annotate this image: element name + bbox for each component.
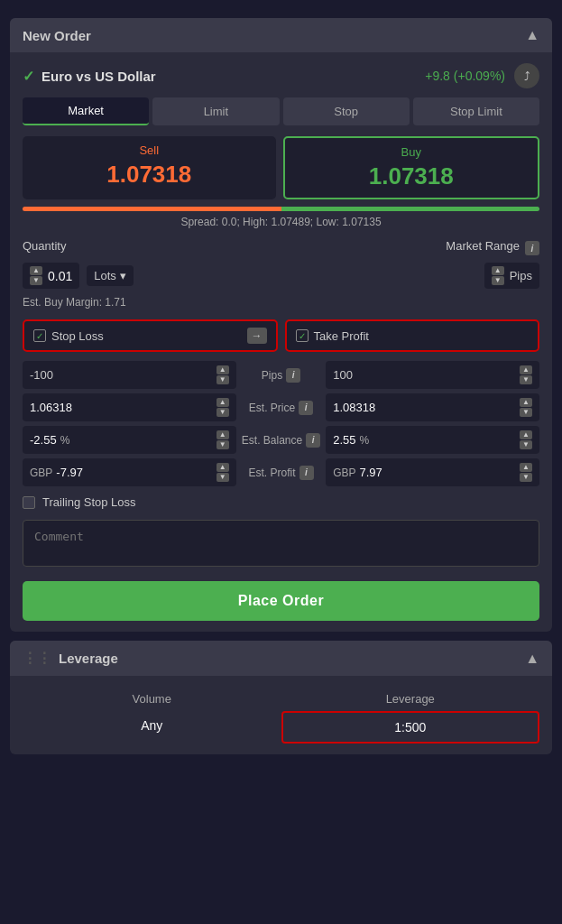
tp-pips-spinners: ▲ ▼ xyxy=(520,365,532,384)
take-profit-checkbox[interactable]: ✓ xyxy=(296,329,309,342)
leverage-grid: Volume Leverage Any 1:500 xyxy=(23,687,539,744)
tab-limit[interactable]: Limit xyxy=(152,97,279,125)
sl-price-up[interactable]: ▲ xyxy=(217,398,229,407)
est-price-info-icon[interactable]: i xyxy=(299,401,313,415)
tp-price-spinners: ▲ ▼ xyxy=(520,398,532,417)
leverage-body: Volume Leverage Any 1:500 xyxy=(10,676,552,754)
leverage-collapse-button[interactable]: ▲ xyxy=(525,651,539,667)
sl-profit-currency: GBP xyxy=(30,467,52,479)
tab-stop[interactable]: Stop xyxy=(283,97,410,125)
sl-profit-up[interactable]: ▲ xyxy=(217,463,229,472)
est-price-center-label: Est. Price i xyxy=(242,401,320,415)
tp-price-field[interactable]: 1.08318 ▲ ▼ xyxy=(326,393,539,421)
tp-pips-up[interactable]: ▲ xyxy=(520,365,532,374)
take-profit-box[interactable]: ✓ Take Profit xyxy=(285,319,540,352)
pips-up[interactable]: ▲ xyxy=(492,266,504,275)
tp-balance-field[interactable]: 2.55 % ▲ ▼ xyxy=(326,426,539,454)
pips-down[interactable]: ▼ xyxy=(492,276,504,285)
tp-balance-spinners: ▲ ▼ xyxy=(520,430,532,449)
stop-loss-box[interactable]: ✓ Stop Loss → xyxy=(23,319,278,352)
trailing-stop-row: Trailing Stop Loss xyxy=(23,495,539,509)
sl-pct-value: -2.55 xyxy=(30,433,57,447)
comment-input[interactable] xyxy=(23,520,539,567)
market-range-info-icon[interactable]: i xyxy=(525,241,539,255)
tp-profit-currency: GBP xyxy=(333,467,355,479)
pips-spinners: ▲ ▼ xyxy=(492,266,504,285)
tp-balance-down[interactable]: ▼ xyxy=(520,440,532,449)
est-profit-center-label: Est. Profit i xyxy=(242,466,320,480)
tp-balance-up[interactable]: ▲ xyxy=(520,430,532,439)
new-order-panel: New Order ▲ ✓ Euro vs US Dollar +9.8 (+0… xyxy=(10,18,552,632)
tp-profit-up[interactable]: ▲ xyxy=(520,463,532,472)
quantity-input[interactable]: ▲ ▼ 0.01 xyxy=(23,263,79,289)
place-order-button[interactable]: Place Order xyxy=(23,581,539,621)
collapse-button[interactable]: ▲ xyxy=(525,27,539,43)
tab-market[interactable]: Market xyxy=(23,97,149,125)
tp-profit-down[interactable]: ▼ xyxy=(520,473,532,482)
instrument-info: ✓ Euro vs US Dollar xyxy=(23,68,156,85)
market-range-label: Market Range xyxy=(446,239,520,253)
tp-price-up[interactable]: ▲ xyxy=(520,398,532,407)
est-profit-info-icon[interactable]: i xyxy=(299,466,314,480)
quantity-label: Quantity xyxy=(23,239,66,253)
buy-label: Buy xyxy=(296,145,528,159)
sell-price: 1.07318 xyxy=(33,161,265,189)
tp-profit-spinners: ▲ ▼ xyxy=(520,463,532,482)
est-balance-center-label: Est. Balance i xyxy=(242,433,320,448)
sl-balance-down[interactable]: ▼ xyxy=(217,440,229,449)
leverage-header: Leverage xyxy=(281,687,540,711)
leverage-drag-icon: ⋮⋮ xyxy=(23,650,51,667)
quantity-down[interactable]: ▼ xyxy=(30,276,42,285)
sl-profit-value: -7.97 xyxy=(56,466,83,479)
tab-stop-limit[interactable]: Stop Limit xyxy=(413,97,539,125)
pips-unit-label: Pips xyxy=(510,269,532,282)
sl-price-spinners: ▲ ▼ xyxy=(217,398,229,417)
pips-input[interactable]: ▲ ▼ Pips xyxy=(484,263,539,289)
tp-pips-down[interactable]: ▼ xyxy=(520,375,532,384)
est-margin: Est. Buy Margin: 1.71 xyxy=(23,296,539,309)
sl-pips-field[interactable]: -100 ▲ ▼ xyxy=(23,361,236,389)
stop-loss-arrow[interactable]: → xyxy=(247,328,267,344)
sl-pips-up[interactable]: ▲ xyxy=(217,365,229,374)
panel-title: New Order xyxy=(23,28,91,43)
lots-label: Lots xyxy=(94,269,116,282)
sl-tp-header-row: ✓ Stop Loss → ✓ Take Profit xyxy=(23,319,539,352)
pips-center-label: Pips i xyxy=(242,368,320,383)
sl-profit-field[interactable]: GBP -7.97 ▲ ▼ xyxy=(23,458,236,486)
leverage-panel-header: ⋮⋮ Leverage ▲ xyxy=(10,641,552,676)
sl-balance-up[interactable]: ▲ xyxy=(217,430,229,439)
tp-price-value: 1.08318 xyxy=(333,401,375,414)
spread-bar xyxy=(23,207,539,211)
stop-loss-label: Stop Loss xyxy=(51,329,104,343)
sl-profit-down[interactable]: ▼ xyxy=(217,473,229,482)
instrument-status-icon: ✓ xyxy=(23,68,34,85)
trailing-stop-checkbox[interactable] xyxy=(23,496,35,509)
leverage-panel: ⋮⋮ Leverage ▲ Volume Leverage Any 1:500 xyxy=(10,641,552,754)
sl-balance-spinners: ▲ ▼ xyxy=(217,430,229,449)
instrument-name: Euro vs US Dollar xyxy=(41,69,156,84)
buy-box[interactable]: Buy 1.07318 xyxy=(283,136,540,199)
pips-info-icon[interactable]: i xyxy=(286,368,300,383)
tp-pips-field[interactable]: 100 ▲ ▼ xyxy=(326,361,539,389)
sltp-fields-grid: -100 ▲ ▼ Pips i 100 ▲ ▼ xyxy=(23,361,539,486)
tp-price-down[interactable]: ▼ xyxy=(520,408,532,417)
price-change: +9.8 (+0.09%) xyxy=(425,69,505,83)
stop-loss-checkbox[interactable]: ✓ xyxy=(33,329,46,342)
instrument-row: ✓ Euro vs US Dollar +9.8 (+0.09%) ⤴ xyxy=(23,63,539,88)
lots-dropdown[interactable]: Lots ▾ xyxy=(87,265,134,286)
tp-pct-value: 2.55 xyxy=(333,433,355,447)
sl-price-down[interactable]: ▼ xyxy=(217,408,229,417)
share-button[interactable]: ⤴ xyxy=(514,63,539,88)
quantity-up[interactable]: ▲ xyxy=(30,266,42,275)
panel-header: New Order ▲ xyxy=(10,18,552,52)
sl-price-field[interactable]: 1.06318 ▲ ▼ xyxy=(23,393,236,421)
leverage-value: 1:500 xyxy=(281,711,540,744)
sl-pips-down[interactable]: ▼ xyxy=(217,375,229,384)
take-profit-label: Take Profit xyxy=(314,329,369,343)
quantity-spinners: ▲ ▼ xyxy=(30,266,42,285)
sl-balance-field[interactable]: -2.55 % ▲ ▼ xyxy=(23,426,236,454)
est-balance-info-icon[interactable]: i xyxy=(306,433,320,448)
sell-box[interactable]: Sell 1.07318 xyxy=(23,136,276,199)
tp-pct-symbol: % xyxy=(360,434,370,447)
tp-profit-field[interactable]: GBP 7.97 ▲ ▼ xyxy=(326,458,539,486)
